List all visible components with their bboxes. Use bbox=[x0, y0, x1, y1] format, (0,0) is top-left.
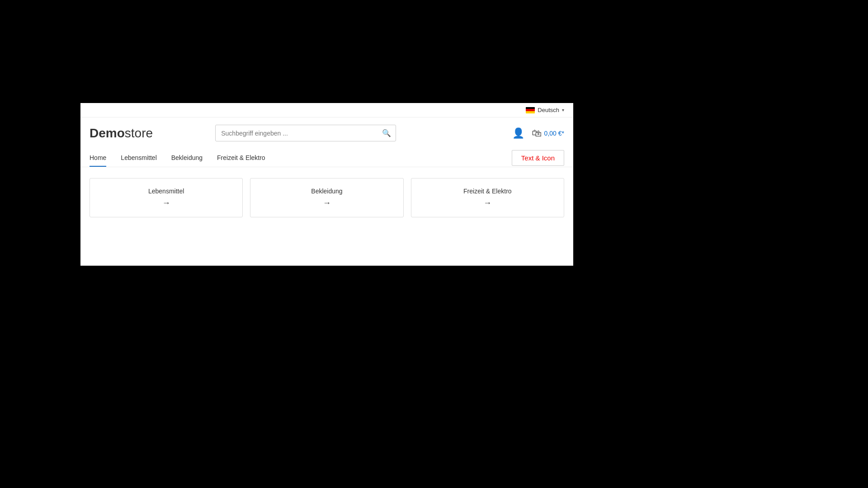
cart-price: 0,00 €* bbox=[544, 130, 564, 137]
arrow-icon-lebensmittel: → bbox=[162, 198, 170, 208]
category-card-freizeit[interactable]: Freizeit & Elektro → bbox=[411, 178, 564, 217]
logo-bold: Demo bbox=[90, 126, 125, 140]
account-icon[interactable]: 👤 bbox=[512, 127, 524, 139]
nav-item-home[interactable]: Home bbox=[90, 149, 113, 167]
language-label: Deutsch bbox=[538, 107, 559, 113]
arrow-icon-freizeit: → bbox=[483, 198, 491, 208]
categories: Lebensmittel → Bekleidung → Freizeit & E… bbox=[80, 167, 573, 228]
search-bar: 🔍 bbox=[215, 125, 396, 141]
category-card-lebensmittel[interactable]: Lebensmittel → bbox=[90, 178, 243, 217]
search-input[interactable] bbox=[216, 126, 377, 141]
category-label-bekleidung: Bekleidung bbox=[311, 188, 342, 195]
nav-items: Home Lebensmittel Bekleidung Freizeit & … bbox=[90, 149, 512, 167]
header: Demostore 🔍 👤 🛍 0,00 €* bbox=[80, 117, 573, 149]
cart-icon: 🛍 bbox=[532, 127, 542, 139]
german-flag-icon bbox=[526, 107, 535, 113]
logo-light: store bbox=[125, 126, 153, 140]
arrow-icon-bekleidung: → bbox=[323, 198, 331, 208]
category-label-lebensmittel: Lebensmittel bbox=[148, 188, 184, 195]
nav-item-lebensmittel[interactable]: Lebensmittel bbox=[113, 149, 164, 167]
language-selector[interactable]: Deutsch ▾ bbox=[526, 107, 564, 113]
logo[interactable]: Demostore bbox=[90, 126, 153, 141]
header-actions: 👤 🛍 0,00 €* bbox=[512, 127, 564, 139]
category-card-bekleidung[interactable]: Bekleidung → bbox=[250, 178, 403, 217]
search-button[interactable]: 🔍 bbox=[377, 125, 396, 141]
cart-area[interactable]: 🛍 0,00 €* bbox=[532, 127, 564, 139]
category-label-freizeit: Freizeit & Elektro bbox=[463, 188, 512, 195]
language-chevron-icon: ▾ bbox=[562, 108, 564, 113]
store-window: Deutsch ▾ Demostore 🔍 👤 🛍 0,00 €* Home L… bbox=[80, 103, 573, 266]
nav-item-bekleidung[interactable]: Bekleidung bbox=[164, 149, 210, 167]
text-icon-button[interactable]: Text & Icon bbox=[512, 150, 564, 166]
nav-item-freizeit[interactable]: Freizeit & Elektro bbox=[210, 149, 273, 167]
navigation: Home Lebensmittel Bekleidung Freizeit & … bbox=[80, 149, 573, 167]
top-bar: Deutsch ▾ bbox=[80, 103, 573, 117]
